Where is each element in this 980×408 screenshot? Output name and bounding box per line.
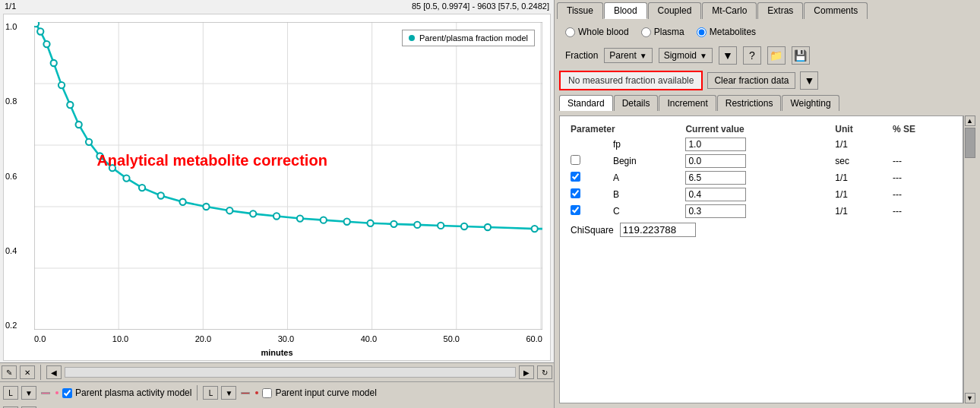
save-btn[interactable]: 💾 [792,46,810,65]
param-value-begin[interactable] [681,153,830,169]
y-axis-label-3: 0.6 [5,172,17,181]
x-axis-label: minutes [261,348,292,357]
svg-point-24 [123,175,129,181]
svg-point-16 [43,41,49,47]
chart-annotation: Analytical metabolite correction [96,152,327,169]
clear-dropdown-btn[interactable]: ▼ [800,71,818,90]
refresh-btn[interactable]: ↻ [537,365,552,379]
tab-blood[interactable]: Blood [604,2,647,19]
param-unit-a: 1/1 [830,169,888,186]
chisquare-row: ChiSquare [566,220,956,240]
panel-content: Whole blood Plasma Metabolites Fraction … [555,19,980,408]
legend-dropdown-btn-2[interactable]: ▼ [221,386,236,400]
inner-tab-restrictions[interactable]: Restrictions [717,95,782,111]
vertical-scrollbar[interactable]: ▲ ▼ [963,115,975,403]
fraction-action-row: No measured fraction available Clear fra… [559,71,975,90]
radio-metabolites[interactable]: Metabolites [697,27,756,37]
tab-mtcarlo[interactable]: Mt-Carlo [702,2,757,19]
legend-row-1: L ▼ Parent plasma activity model L ▼ Par… [0,382,554,403]
param-name-fp: fp [609,136,681,153]
svg-point-28 [203,204,209,210]
y-axis-label-1: 1.0 [5,22,17,31]
chart-container: 1.0 0.8 0.6 0.4 0.2 [3,14,551,361]
radio-whole-blood[interactable]: Whole blood [565,27,629,37]
col-parameter: Parameter [566,122,681,136]
param-row-b: B 1/1 --- [566,186,956,203]
svg-point-31 [273,213,280,219]
scroll-left[interactable]: ◀ [46,365,62,379]
legend-dropdown-btn-1[interactable]: ▼ [21,386,36,400]
move-btn[interactable]: ✕ [20,365,35,379]
cb-a[interactable] [571,172,580,182]
bottom-toolbar: ✎ ✕ ◀ ▶ ↻ L ▼ Parent plasma activity mod… [0,362,554,408]
filter-icon-btn[interactable]: ▼ [719,46,737,65]
alert-box: No measured fraction available [559,71,703,90]
param-name-a: A [609,169,681,186]
scroll-down-btn[interactable]: ▼ [965,393,975,403]
y-axis-label-4: 0.4 [5,246,17,255]
clear-fraction-btn[interactable]: Clear fraction data [707,72,795,89]
param-se-begin: --- [888,153,956,169]
tab-extras[interactable]: Extras [757,2,803,19]
param-unit-b: 1/1 [830,186,888,203]
legend-l-btn-1[interactable]: L [3,386,18,400]
main-tab-bar: Tissue Blood Coupled Mt-Carlo Extras Com… [555,0,980,19]
dropdown-chevron: ▼ [640,52,647,60]
param-table: Parameter Current value Unit % SE fp 1/1 [566,122,956,220]
svg-point-37 [414,222,420,228]
x-axis-20: 20.0 [195,334,211,343]
scroll-up-btn[interactable]: ▲ [965,115,975,126]
sigmoid-dropdown[interactable]: Sigmoid ▼ [659,48,713,63]
inner-tab-standard[interactable]: Standard [559,95,613,111]
tab-comments[interactable]: Comments [804,2,868,19]
svg-point-14 [34,22,39,27]
param-se-c: --- [888,203,956,220]
param-row-a: A 1/1 --- [566,169,956,186]
input-curve-label: Parent input curve model [275,387,376,398]
tab-tissue[interactable]: Tissue [557,2,603,19]
param-se-b: --- [888,186,956,203]
inner-tab-bar: Standard Details Increment Restrictions … [559,95,975,111]
param-value-b[interactable] [681,186,830,203]
fraction-parent-dropdown[interactable]: Parent ▼ [604,48,652,63]
legend-row-2: L ▼ Parent/plasma fraction model [0,403,554,408]
param-value-fp[interactable] [681,136,830,153]
svg-point-18 [58,82,65,88]
input-curve-cb[interactable] [262,388,272,398]
inner-tab-details[interactable]: Details [614,95,659,111]
param-value-c[interactable] [681,203,830,220]
svg-point-30 [250,210,256,217]
inner-tab-increment[interactable]: Increment [659,95,716,111]
chart-header: 1/1 85 [0.5, 0.9974] - 9603 [57.5, 0.248… [0,0,554,12]
help-btn[interactable]: ? [743,46,761,65]
chart-coords: 85 [0.5, 0.9974] - 9603 [57.5, 0.2482] [412,2,549,11]
folder-btn[interactable]: 📁 [767,46,786,65]
x-axis-0: 0.0 [34,334,46,343]
svg-point-17 [51,60,57,66]
chart-svg [34,22,542,330]
radio-plasma[interactable]: Plasma [641,27,684,37]
svg-point-38 [438,223,444,229]
legend-label: Parent/plasma fraction model [419,33,528,43]
plasma-activity-cb[interactable] [62,388,72,398]
svg-point-25 [139,185,145,191]
inner-tab-weighting[interactable]: Weighting [782,95,839,111]
col-current-value: Current value [681,122,830,136]
legend-l-btn-2[interactable]: L [203,386,218,400]
cb-begin[interactable] [571,155,580,165]
scroll-right[interactable]: ▶ [519,365,534,379]
param-table-container: Parameter Current value Unit % SE fp 1/1 [559,115,963,403]
svg-point-27 [179,199,185,205]
svg-point-20 [76,122,82,128]
col-unit: Unit [830,122,888,136]
tab-coupled[interactable]: Coupled [648,2,702,19]
cb-b[interactable] [571,188,580,198]
svg-point-36 [390,221,397,227]
draw-btn[interactable]: ✎ [2,365,17,379]
cb-c[interactable] [571,205,580,215]
param-se-fp [888,136,956,153]
svg-rect-13 [34,22,542,330]
param-value-a[interactable] [681,169,830,186]
x-axis-60: 60.0 [526,334,542,343]
scrollbar-thumb[interactable] [965,128,975,158]
